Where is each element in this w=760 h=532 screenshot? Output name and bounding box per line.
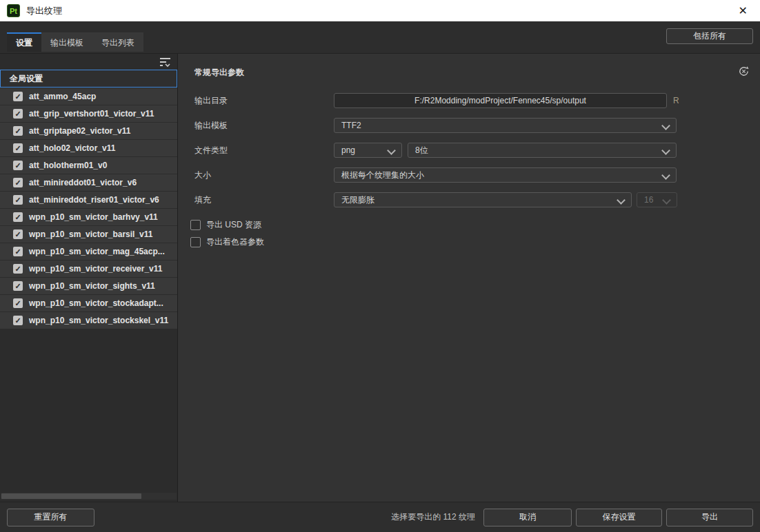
texture-name: wpn_p10_sm_victor_stockadapt... [29,298,163,308]
texture-list-item[interactable]: ✓ wpn_p10_sm_victor_barhvy_v11 [0,209,177,225]
chevron-down-icon [661,146,670,155]
output-template-select[interactable]: TTF2 [334,118,677,133]
global-settings-item[interactable]: 全局设置 [0,70,177,88]
tab-output-templates[interactable]: 输出模板 [41,32,92,52]
checked-checkbox[interactable]: ✓ [13,109,23,119]
horizontal-scrollbar[interactable] [1,493,177,500]
output-dir-row: 输出目录 F:/R2Modding/modProject/Fennec45/sp… [194,92,750,109]
reset-all-button[interactable]: 重置所有 [7,509,94,526]
output-template-value: TTF2 [341,121,361,130]
padding-select[interactable]: 无限膨胀 [334,192,632,207]
scrollbar-thumb[interactable] [1,493,141,499]
file-format-select[interactable]: png [334,143,402,158]
selection-status: 选择要导出的 112 纹理 [391,511,475,523]
texture-list: ✓ att_ammo_45acp ✓ att_grip_vertshort01_… [0,88,177,329]
texture-list-item[interactable]: ✓ att_minireddot_riser01_victor_v6 [0,192,177,208]
texture-list-item[interactable]: ✓ att_holo02_victor_v11 [0,140,177,156]
reset-settings-icon[interactable] [737,65,750,78]
tab-bar: 设置 输出模板 导出列表 [7,32,143,52]
cancel-button[interactable]: 取消 [483,509,572,526]
texture-list-item[interactable]: ✓ wpn_p10_sm_victor_receiver_v11 [0,260,177,277]
painter-app-icon: Pt [7,4,20,17]
sidebar-header [0,54,177,70]
texture-name: wpn_p10_sm_victor_mag_45acp... [29,247,165,256]
texture-list-item[interactable]: ✓ wpn_p10_sm_victor_mag_45acp... [0,243,177,260]
texture-name: att_griptape02_victor_v11 [29,126,130,136]
include-all-button[interactable]: 包括所有 [666,28,753,44]
output-dir-suffix: R [673,96,679,105]
save-settings-button[interactable]: 保存设置 [576,509,662,526]
checked-checkbox[interactable]: ✓ [13,229,23,239]
dilation-select: 16 [637,192,677,207]
unchecked-checkbox[interactable] [190,220,201,230]
tab-settings[interactable]: 设置 [7,32,41,52]
texture-list-item[interactable]: ✓ att_griptape02_victor_v11 [0,123,177,139]
size-value: 根据每个纹理集的大小 [341,170,424,181]
texture-name: att_minireddot01_victor_v6 [29,178,137,187]
close-icon[interactable]: ✕ [733,0,753,21]
texture-name: att_holo02_victor_v11 [29,143,115,153]
output-template-label: 输出模板 [194,120,334,132]
window-title: 导出纹理 [26,5,62,17]
export-textures-dialog: Pt 导出纹理 ✕ 设置 输出模板 导出列表 包括所有 全局设置 ✓ [0,0,760,532]
texture-list-item[interactable]: ✓ wpn_p10_sm_victor_stockskel_v11 [0,312,177,329]
bit-depth-value: 8位 [415,145,428,156]
tab-export-list[interactable]: 导出列表 [92,32,143,52]
chevron-down-icon [661,121,670,130]
texture-name: att_holotherm01_v0 [29,161,107,170]
checked-checkbox[interactable]: ✓ [13,212,23,222]
general-export-panel: 常规导出参数 输出目录 F:/R2Modding/modProject/Fenn… [178,54,760,502]
checked-checkbox[interactable]: ✓ [13,195,23,205]
checked-checkbox[interactable]: ✓ [13,126,23,136]
size-row: 大小 根据每个纹理集的大小 [194,167,750,183]
checked-checkbox[interactable]: ✓ [13,143,23,153]
file-type-row: 文件类型 png 8位 [194,142,750,158]
checked-checkbox[interactable]: ✓ [13,316,23,325]
output-dir-label: 输出目录 [194,95,334,107]
export-button[interactable]: 导出 [666,509,753,526]
title-bar: Pt 导出纹理 ✕ [0,0,760,21]
chevron-down-icon [661,171,670,180]
export-shader-params-row[interactable]: 导出着色器参数 [190,234,750,251]
checked-checkbox[interactable]: ✓ [13,92,23,101]
export-form: 输出目录 F:/R2Modding/modProject/Fennec45/sp… [194,92,750,251]
checked-checkbox[interactable]: ✓ [13,178,23,187]
global-settings-label: 全局设置 [10,73,43,85]
checked-checkbox[interactable]: ✓ [13,264,23,274]
file-type-label: 文件类型 [194,145,334,156]
texture-list-item[interactable]: ✓ att_holotherm01_v0 [0,157,177,174]
dialog-footer: 重置所有 选择要导出的 112 纹理 取消 保存设置 导出 [0,502,760,532]
checked-checkbox[interactable]: ✓ [13,247,23,256]
texture-list-item[interactable]: ✓ wpn_p10_sm_victor_barsil_v11 [0,226,177,243]
texture-list-item[interactable]: ✓ wpn_p10_sm_victor_stockadapt... [0,295,177,311]
chevron-down-icon [387,146,396,155]
file-format-value: png [341,145,355,155]
texture-name: att_minireddot_riser01_victor_v6 [29,195,159,205]
checked-checkbox[interactable]: ✓ [13,161,23,170]
bit-depth-select[interactable]: 8位 [408,143,677,158]
padding-row: 填充 无限膨胀 16 [194,192,750,208]
list-filter-icon[interactable] [157,56,172,68]
chevron-down-icon [662,196,671,205]
padding-value: 无限膨胀 [341,194,374,206]
texture-name: att_grip_vertshort01_victor_v11 [29,109,154,119]
chevron-down-icon [617,196,626,205]
dilation-value: 16 [644,195,653,205]
texture-name: wpn_p10_sm_victor_barhvy_v11 [29,212,158,222]
texture-list-item[interactable]: ✓ wpn_p10_sm_victor_sights_v11 [0,278,177,294]
texture-list-item[interactable]: ✓ att_minireddot01_victor_v6 [0,174,177,191]
export-usd-row[interactable]: 导出 USD 资源 [190,216,750,234]
checked-checkbox[interactable]: ✓ [13,281,23,291]
output-template-row: 输出模板 TTF2 [194,117,750,134]
padding-label: 填充 [194,194,334,206]
texture-list-item[interactable]: ✓ att_ammo_45acp [0,88,177,105]
checked-checkbox[interactable]: ✓ [13,298,23,308]
size-select[interactable]: 根据每个纹理集的大小 [334,167,677,183]
texture-name: att_ammo_45acp [29,92,96,101]
texture-name: wpn_p10_sm_victor_sights_v11 [29,281,155,291]
texture-name: wpn_p10_sm_victor_barsil_v11 [29,229,152,239]
unchecked-checkbox[interactable] [190,237,201,247]
output-dir-input[interactable]: F:/R2Modding/modProject/Fennec45/sp/outp… [334,93,667,108]
texture-list-item[interactable]: ✓ att_grip_vertshort01_victor_v11 [0,105,177,122]
texture-set-sidebar: 全局设置 ✓ att_ammo_45acp ✓ att_grip_vertsho… [0,54,178,502]
